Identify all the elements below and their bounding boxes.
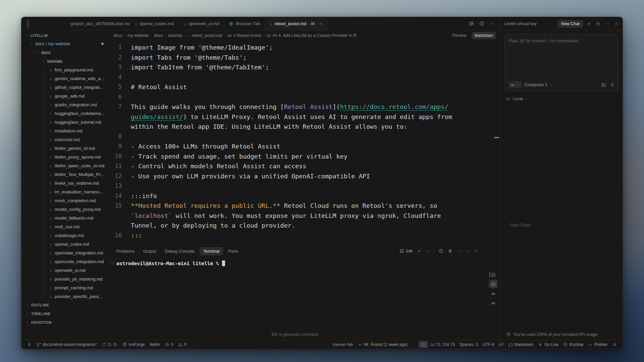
breadcrumb-item[interactable]: my-website xyxy=(127,33,149,38)
status-notifications[interactable] xyxy=(610,342,620,347)
editor-tab-openweb_ui.md[interactable]: ↓openweb_ui.md xyxy=(179,17,224,30)
extensions-icon[interactable] xyxy=(50,19,53,28)
status-eol[interactable]: LF xyxy=(496,342,506,347)
breadcrumb-item[interactable]: ↓retool_assist.md xyxy=(188,33,222,38)
status-litellm[interactable]: litellm xyxy=(147,342,162,347)
tree-file-litellm-gemini-cli-md[interactable]: ↓litellm_gemini_cli.md xyxy=(21,144,109,153)
sidebar-section-timeline[interactable]: TIMELINE xyxy=(21,309,109,318)
terminal-list-item[interactable]: ∞ xyxy=(489,299,498,307)
status-remote-indicator[interactable] xyxy=(25,342,34,347)
git-branch-icon[interactable] xyxy=(42,19,45,28)
tree-folder-docs-my-website[interactable]: docs / my-website xyxy=(21,39,109,48)
plus-icon[interactable] xyxy=(417,249,422,253)
explorer-root[interactable]: LITELLM xyxy=(21,31,109,39)
editor-tab-retool_assist.md[interactable]: ↓retool_assist.md↓M xyxy=(265,17,328,30)
files-icon[interactable] xyxy=(27,19,30,28)
tree-file-prompt-caching-md[interactable]: ↓prompt_caching.md xyxy=(21,283,109,292)
tree-file-google-adk-md[interactable]: ↓google_adk.md xyxy=(21,92,109,100)
chevron-down-icon[interactable] xyxy=(58,20,60,27)
tree-file-gemini-realtime-with-a-[interactable]: ↓gemini_realtime_with_a... xyxy=(21,74,109,83)
chat-input-box[interactable]: Plan, @ for context, / for commands ∞ Co… xyxy=(504,34,619,92)
breadcrumb-item[interactable]: docs xyxy=(113,33,122,38)
tree-file-openclaw-integration-md[interactable]: ↓openclaw_integration.md xyxy=(21,248,109,257)
chevron-up-icon[interactable] xyxy=(466,249,470,253)
breadcrumb-item[interactable]: # Retool Assist xyxy=(227,33,261,38)
close-icon[interactable] xyxy=(474,249,479,253)
tree-file-msft-sso-md[interactable]: ↓msft_sso.md xyxy=(21,222,109,231)
search-icon[interactable] xyxy=(35,19,37,28)
status-kombai[interactable]: Kombai xyxy=(561,342,586,347)
tree-file-huggingface-tutorial-md[interactable]: ↓huggingface_tutorial.md xyxy=(21,118,109,126)
tree-file-litellm-qwen-code-cli-md[interactable]: ↓litellm_qwen_code_cli.md xyxy=(21,161,109,170)
status-insforge[interactable]: InsForge xyxy=(120,342,147,347)
tree-file-provider-specific-para-[interactable]: ↓provider_specific_para... xyxy=(21,292,109,301)
sidebar-section-outline[interactable]: OUTLINE xyxy=(21,301,109,309)
status-prettier[interactable]: Prettier xyxy=(586,342,610,347)
tree-file-openweb-ui-md[interactable]: ↓openweb_ui.md xyxy=(21,266,109,275)
status-cursor-position[interactable]: Ln 71, Col 73 xyxy=(428,342,457,347)
status-indentation[interactable]: Spaces: 3 xyxy=(457,342,480,347)
tree-file-huggingface-codellama-[interactable]: ↓huggingface_codellama... xyxy=(21,109,109,118)
sidebar-section-houston[interactable]: HOUSTON xyxy=(21,318,109,327)
split-editor-icon[interactable] xyxy=(439,249,443,253)
editor-tab-Browser Tab[interactable]: Browser Tab xyxy=(224,17,265,30)
tree-file-installation-md[interactable]: ↓installation.md xyxy=(21,126,109,135)
tab-close-icon[interactable] xyxy=(319,22,323,26)
status-language-mode[interactable]: { }Markdown xyxy=(506,342,536,347)
tree-file-litellm-proxy-aporia-md[interactable]: ↓litellm_proxy_aporia.md xyxy=(21,153,109,161)
status-go-live[interactable]: Go Live xyxy=(536,342,561,347)
tree-file-instructor-md[interactable]: ↓instructor.md xyxy=(21,135,109,144)
panel-tab-problems[interactable]: Problems xyxy=(113,247,138,255)
breadcrumb-item[interactable]: tutorials xyxy=(168,33,183,38)
new-chat-button[interactable]: New Chat xyxy=(557,20,583,28)
tree-folder-docs[interactable]: docs xyxy=(21,48,109,57)
tree-file-lm-evaluation-harness-[interactable]: ↓lm_evaluation_harness.... xyxy=(21,187,109,196)
terminal-session-zsh[interactable]: zsh xyxy=(399,249,413,253)
more-icon[interactable] xyxy=(490,21,495,26)
breadcrumb-item[interactable]: ## 4. Add LiteLLM as a Custom Provider i… xyxy=(267,33,357,38)
status-git-branch[interactable]: docs/retool-assist-integration* xyxy=(34,342,100,347)
tree-folder-tutorials[interactable]: tutorials xyxy=(21,57,109,65)
chat-tab-label[interactable]: Litellm virtual key xyxy=(504,21,554,26)
panel-tab-terminal[interactable]: Terminal xyxy=(200,247,223,255)
tree-file-presidio-pii-masking-md[interactable]: ↓presidio_pii_masking.md xyxy=(21,275,109,283)
tree-file-model-fallbacks-md[interactable]: ↓model_fallbacks.md xyxy=(21,214,109,222)
tree-file-litellm-Test-Multiple-Pr-[interactable]: ↓litellm_Test_Multiple_Pr... xyxy=(21,170,109,179)
status-cursor-tab[interactable]: Cursor Tab xyxy=(330,342,355,347)
terminal-list-item[interactable] xyxy=(489,270,498,279)
tree-file-github-copilot-integrati-[interactable]: ↓github_copilot_integrati... xyxy=(21,83,109,92)
preview-button[interactable]: Preview xyxy=(449,32,470,39)
model-selector[interactable]: Composer 1 xyxy=(525,82,552,87)
status-blame[interactable]: Mr. Ånand (1 week ago) xyxy=(355,342,410,347)
chevron-down-icon[interactable] xyxy=(426,249,430,253)
more-icon[interactable] xyxy=(457,249,462,253)
status-search-toggle[interactable] xyxy=(419,341,428,348)
more-icon[interactable] xyxy=(605,21,609,26)
clock-icon[interactable] xyxy=(596,21,600,26)
mic-icon[interactable] xyxy=(610,82,615,87)
tree-file-livekit-xai-realtime-md[interactable]: ↓livekit_xai_realtime.md xyxy=(21,179,109,187)
tree-file-gradio-integration-md[interactable]: ↓gradio_integration.md xyxy=(21,100,109,109)
local-selector[interactable]: Local xyxy=(506,97,623,101)
terminal-list-item[interactable]: ∞ xyxy=(489,289,498,298)
close-icon[interactable] xyxy=(614,21,619,26)
markdown-button[interactable]: Markdown xyxy=(472,32,496,39)
trash-icon[interactable] xyxy=(448,249,452,253)
past-chats-toggle[interactable]: Past Chats xyxy=(510,223,536,228)
plus-icon[interactable] xyxy=(587,21,591,26)
status-encoding[interactable]: UTF-8 xyxy=(480,342,497,347)
status-warnings[interactable]: 0 xyxy=(176,342,189,347)
tree-file-first-playground-md[interactable]: ↓first_playground.md xyxy=(21,65,109,74)
panel-tab-ports[interactable]: Ports xyxy=(224,247,242,255)
panel-tab-debug-console[interactable]: Debug Console xyxy=(161,247,198,255)
terminal-list-item[interactable] xyxy=(489,280,498,288)
tree-file-oobabooga-md[interactable]: ↓oobabooga.md xyxy=(21,231,109,240)
tree-file-opencode-integration-md[interactable]: ↓opencode_integration.md xyxy=(21,257,109,266)
tree-file-openai-codex-md[interactable]: ↓openai_codex.md xyxy=(21,240,109,248)
scrollbar-marker[interactable] xyxy=(494,137,499,138)
panel-tab-output[interactable]: Output xyxy=(140,247,160,255)
tree-file-model-config-proxy-md[interactable]: ↓model_config_proxy.md xyxy=(21,205,109,214)
editor-tab-gration_doc_d075fd58.plan.md[interactable]: gration_doc_d075fd58.plan.md xyxy=(69,17,130,30)
image-attach-icon[interactable] xyxy=(601,82,606,87)
terminal-output[interactable]: astrodevil@Astro-Mac-mini litellm % ⌘K t… xyxy=(109,257,500,340)
